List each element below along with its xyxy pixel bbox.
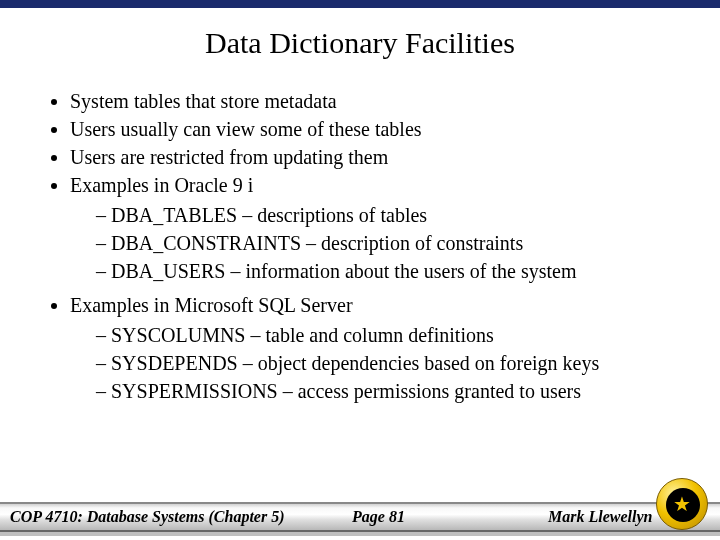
bullet-text: System tables that store metadata <box>70 90 337 112</box>
sub-list: DBA_TABLES – descriptions of tables DBA_… <box>70 202 694 284</box>
slide-footer: COP 4710: Database Systems (Chapter 5) P… <box>0 502 720 536</box>
footer-shadow <box>0 532 720 536</box>
sub-item: SYSPERMISSIONS – access permissions gran… <box>96 378 694 404</box>
footer-bar: COP 4710: Database Systems (Chapter 5) P… <box>0 502 720 532</box>
list-item: System tables that store metadata <box>70 88 694 114</box>
sub-list: SYSCOLUMNS – table and column definition… <box>70 322 694 404</box>
list-item: Users are restricted from updating them <box>70 144 694 170</box>
top-accent-bar <box>0 0 720 8</box>
bullet-list: System tables that store metadata Users … <box>26 88 694 404</box>
list-item: Examples in Microsoft SQL Server SYSCOLU… <box>70 292 694 404</box>
bullet-text: Users are restricted from updating them <box>70 146 388 168</box>
bullet-text: Examples in Oracle 9 i <box>70 174 253 196</box>
slide-title: Data Dictionary Facilities <box>0 26 720 60</box>
footer-page: Page 81 <box>352 508 405 526</box>
list-item: Examples in Oracle 9 i DBA_TABLES – desc… <box>70 172 694 284</box>
sub-item: DBA_USERS – information about the users … <box>96 258 694 284</box>
bullet-text: Users usually can view some of these tab… <box>70 118 422 140</box>
bullet-text: Examples in Microsoft SQL Server <box>70 294 353 316</box>
sub-item: DBA_TABLES – descriptions of tables <box>96 202 694 228</box>
sub-item: DBA_CONSTRAINTS – description of constra… <box>96 230 694 256</box>
footer-course: COP 4710: Database Systems (Chapter 5) <box>10 508 285 526</box>
footer-author: Mark Llewellyn <box>548 508 652 526</box>
list-item: Users usually can view some of these tab… <box>70 116 694 142</box>
sub-item: SYSCOLUMNS – table and column definition… <box>96 322 694 348</box>
ucf-logo-icon: ★ <box>656 478 708 530</box>
sub-item: SYSDEPENDS – object dependencies based o… <box>96 350 694 376</box>
slide-body: System tables that store metadata Users … <box>0 88 720 404</box>
